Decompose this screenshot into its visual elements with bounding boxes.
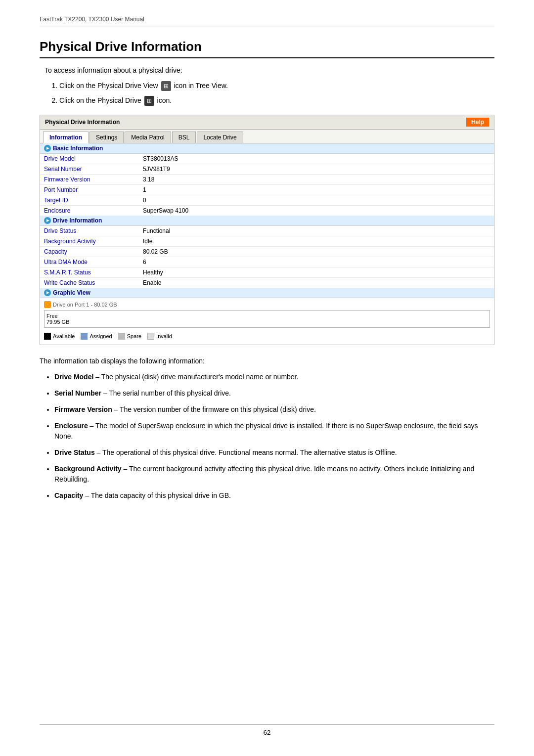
basic-information-header: Basic Information	[40, 143, 494, 154]
table-row: Firmware Version 3.18	[40, 175, 494, 185]
label-port-number: Port Number	[40, 185, 139, 195]
bullet-text: – The physical (disk) drive manufacturer…	[95, 373, 298, 381]
drive-capacity-bar: Free 79.95 GB	[44, 310, 490, 328]
legend-spare: Spare	[118, 333, 141, 340]
bullet-bold: Firmware Version	[54, 405, 112, 413]
label-capacity: Capacity	[40, 247, 139, 257]
dialog-tabs: Information Settings Media Patrol BSL Lo…	[40, 130, 494, 143]
bullet-text: – The version number of the firmware on …	[114, 405, 316, 413]
tab-locate-drive[interactable]: Locate Drive	[197, 132, 243, 143]
tab-information[interactable]: Information	[43, 132, 89, 143]
drive-information-header: Drive Information	[40, 216, 494, 226]
value-target-id: 0	[139, 195, 150, 205]
value-enclosure: SuperSwap 4100	[139, 206, 192, 216]
table-row: Target ID 0	[40, 195, 494, 206]
step-1: Click on the Physical Drive View icon in…	[59, 81, 494, 91]
dialog-box: Physical Drive Information Help Informat…	[40, 115, 494, 345]
label-firmware-version: Firmware Version	[40, 175, 139, 184]
table-row: Capacity 80.02 GB	[40, 247, 494, 257]
list-item: Capacity – The data capacity of this phy…	[54, 490, 494, 501]
physical-drive-view-icon	[161, 81, 171, 91]
list-item: Background Activity – The current backgr…	[54, 464, 494, 485]
tab-settings[interactable]: Settings	[89, 132, 124, 143]
page: FastTrak TX2200, TX2300 User Manual Phys…	[0, 0, 534, 756]
value-serial-number: 5JV981T9	[139, 164, 174, 174]
table-row: Serial Number 5JV981T9	[40, 164, 494, 175]
tab-media-patrol[interactable]: Media Patrol	[125, 132, 171, 143]
bar-free-label: Free	[46, 313, 488, 319]
bullet-bold: Drive Model	[54, 373, 93, 381]
legend-available: Available	[44, 333, 75, 340]
basic-info-icon	[44, 145, 51, 152]
physical-drive-icon	[144, 96, 154, 106]
label-ultra-dma: Ultra DMA Mode	[40, 257, 139, 267]
table-row: Write Cache Status Enable	[40, 278, 494, 288]
bar-free-section: Free 79.95 GB	[44, 311, 490, 327]
help-button[interactable]: Help	[466, 118, 489, 127]
legend-color-available	[44, 333, 51, 340]
value-drive-status: Functional	[139, 226, 174, 236]
legend-assigned: Assigned	[81, 333, 112, 340]
bullet-bold: Background Activity	[54, 465, 122, 473]
value-firmware-version: 3.18	[139, 175, 158, 184]
steps-list: Click on the Physical Drive View icon in…	[59, 81, 494, 106]
legend-color-spare	[118, 333, 125, 340]
table-row: Port Number 1	[40, 185, 494, 195]
bullet-list: Drive Model – The physical (disk) drive …	[54, 372, 494, 501]
legend-label-spare: Spare	[127, 333, 141, 339]
label-drive-status: Drive Status	[40, 226, 139, 236]
drive-info-rows: Drive Status Functional Background Activ…	[40, 226, 494, 288]
drive-bar-label-text: Drive on Port 1 - 80.02 GB	[53, 302, 117, 308]
bullet-text: – The serial number of this physical dri…	[103, 389, 231, 397]
drive-legend: Available Assigned Spare Invalid	[44, 331, 490, 342]
label-target-id: Target ID	[40, 195, 139, 205]
table-row: Ultra DMA Mode 6	[40, 257, 494, 267]
header-section: FastTrak TX2200, TX2300 User Manual	[40, 15, 494, 27]
list-item: Firmware Version – The version number of…	[54, 404, 494, 415]
label-serial-number: Serial Number	[40, 164, 139, 174]
drive-bar-icon	[44, 301, 51, 308]
drive-info-title: Drive Information	[53, 217, 102, 224]
bullet-text: – The data capacity of this physical dri…	[85, 491, 231, 499]
legend-color-invalid	[147, 333, 154, 340]
graphic-view-header: Graphic View	[40, 288, 494, 298]
label-write-cache: Write Cache Status	[40, 278, 139, 288]
value-smart-status: Healthy	[139, 267, 167, 277]
list-item: Serial Number – The serial number of thi…	[54, 388, 494, 399]
value-ultra-dma: 6	[139, 257, 150, 267]
graphic-section: Drive on Port 1 - 80.02 GB Free 79.95 GB…	[40, 298, 494, 345]
intro-text: To access information about a physical d…	[44, 66, 494, 74]
dialog-titlebar: Physical Drive Information Help	[40, 115, 494, 130]
bullet-bold: Drive Status	[54, 448, 95, 456]
value-write-cache: Enable	[139, 278, 165, 288]
label-drive-model: Drive Model	[40, 154, 139, 164]
label-enclosure: Enclosure	[40, 206, 139, 216]
list-item: Drive Model – The physical (disk) drive …	[54, 372, 494, 382]
tab-bsl[interactable]: BSL	[172, 132, 196, 143]
value-background-activity: Idle	[139, 236, 156, 246]
legend-label-invalid: Invalid	[156, 333, 172, 339]
basic-info-rows: Drive Model ST380013AS Serial Number 5JV…	[40, 154, 494, 216]
table-row: S.M.A.R.T. Status Healthy	[40, 267, 494, 278]
drive-bar-label: Drive on Port 1 - 80.02 GB	[44, 301, 490, 308]
value-port-number: 1	[139, 185, 150, 195]
drive-info-icon	[44, 217, 51, 224]
list-item: Enclosure – The model of SuperSwap enclo…	[54, 421, 494, 442]
dialog-body: Basic Information Drive Model ST380013AS…	[40, 143, 494, 345]
bar-free-size: 79.95 GB	[46, 319, 488, 325]
table-row: Drive Status Functional	[40, 226, 494, 236]
graphic-view-icon	[44, 289, 51, 296]
legend-label-assigned: Assigned	[89, 333, 112, 339]
table-row: Drive Model ST380013AS	[40, 154, 494, 164]
bullet-bold: Serial Number	[54, 389, 101, 397]
dialog-title: Physical Drive Information	[45, 119, 120, 126]
footer: 62	[40, 724, 494, 736]
step-2: Click on the Physical Drive icon.	[59, 96, 494, 106]
body-text: The information tab displays the followi…	[40, 357, 494, 365]
legend-label-available: Available	[53, 333, 75, 339]
page-title: Physical Drive Information	[40, 39, 494, 58]
table-row: Background Activity Idle	[40, 236, 494, 247]
bullet-text: – The operational of this physical drive…	[97, 448, 397, 456]
label-smart-status: S.M.A.R.T. Status	[40, 267, 139, 277]
basic-info-title: Basic Information	[53, 145, 103, 152]
